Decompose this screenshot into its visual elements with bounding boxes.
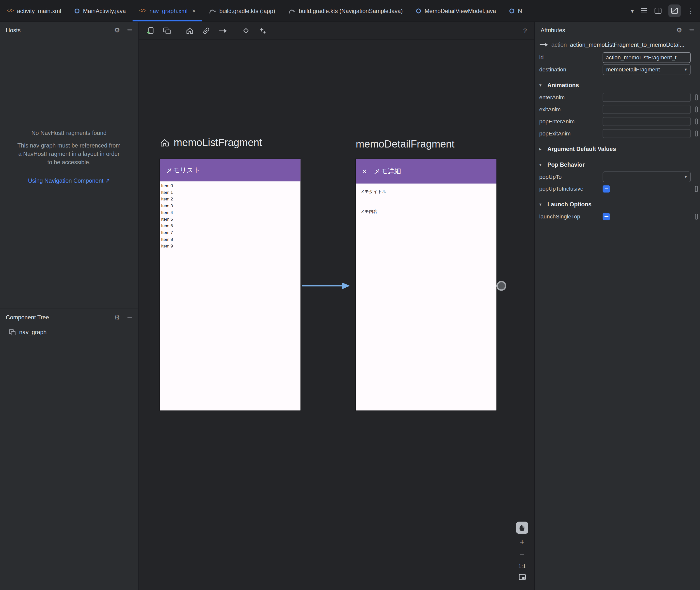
orientation-button[interactable] xyxy=(242,27,250,35)
section-title: Argument Default Values xyxy=(548,145,616,152)
resource-picker-icon[interactable] xyxy=(695,118,698,124)
popUpTo-dropdown[interactable]: ▾ xyxy=(603,171,691,182)
attr-label: popExitAnim xyxy=(539,130,571,136)
resource-picker-icon[interactable] xyxy=(695,186,698,192)
resource-picker-icon[interactable] xyxy=(695,106,698,112)
tab-nav-graph-xml[interactable]: </> nav_graph.xml × xyxy=(132,0,202,21)
attributes-panel-title: Attributes xyxy=(541,27,565,33)
nested-graph-icon xyxy=(163,27,171,34)
list-item: Item 4 xyxy=(161,209,301,216)
attr-label-destination: destination xyxy=(539,66,566,72)
section-title: Animations xyxy=(548,82,579,88)
editor-tabs: </> activity_main.xml MainActivity.java … xyxy=(0,0,624,21)
list-fragment-preview[interactable]: メモリスト Item 0 Item 1 Item 2 Item 3 Item 4… xyxy=(160,159,300,410)
resource-picker-icon[interactable] xyxy=(695,94,698,100)
hosts-empty-title: No NavHostFragments found xyxy=(15,129,122,137)
list-item: Item 3 xyxy=(161,202,301,209)
hosts-empty-state: No NavHostFragments found This nav graph… xyxy=(0,129,138,185)
new-destination-button[interactable] xyxy=(146,27,154,35)
zoom-out-button[interactable]: − xyxy=(520,551,524,559)
id-input[interactable] xyxy=(603,52,691,63)
tab-label: build.gradle.kts (NavigationSampleJava) xyxy=(299,7,403,14)
section-pop-behavior[interactable]: ▾ Pop Behavior xyxy=(535,159,700,171)
list-fragment-title[interactable]: memoListFragment xyxy=(160,137,262,149)
editor-list-button[interactable] xyxy=(641,8,648,13)
add-action-button[interactable] xyxy=(219,28,227,33)
split-editor-button[interactable] xyxy=(655,8,662,14)
attr-label: exitAnim xyxy=(539,106,561,112)
fragment-name-label: memoListFragment xyxy=(174,137,262,149)
attr-row-popUpToInclusive: popUpToInclusive xyxy=(535,183,700,195)
nav-editor-canvas[interactable]: ? memoListFragment メモリスト Item 0 Item 1 I… xyxy=(139,21,534,590)
list-item: Item 5 xyxy=(161,216,301,222)
assign-start-destination-button[interactable] xyxy=(186,27,194,34)
navigation-component-link[interactable]: Using Navigation Component ↗ xyxy=(15,177,122,185)
canvas-toolbar: ? xyxy=(139,22,534,40)
zoom-in-button[interactable]: + xyxy=(520,538,524,547)
chevron-down-icon: ▾ xyxy=(539,162,544,167)
hosts-panel-title: Hosts xyxy=(6,27,21,33)
sparkle-icon xyxy=(258,27,266,35)
list-item: Item 6 xyxy=(161,222,301,229)
deep-link-button[interactable] xyxy=(202,27,211,35)
tab-mainactivity-java[interactable]: MainActivity.java xyxy=(68,0,133,21)
detail-fragment-preview[interactable]: × メモ詳細 メモタイトル メモ内容 xyxy=(356,159,496,410)
options-menu-button[interactable]: ⋮ xyxy=(687,8,694,14)
component-tree-title: Component Tree xyxy=(6,314,49,320)
hide-panel-icon[interactable] xyxy=(689,29,694,30)
zoom-level[interactable]: 1:1 xyxy=(518,563,526,569)
chevron-down-icon: ▾ xyxy=(631,8,634,14)
resource-picker-icon[interactable] xyxy=(695,130,698,136)
close-tab-icon[interactable]: × xyxy=(192,8,196,14)
tab-activity-main-xml[interactable]: </> activity_main.xml xyxy=(0,0,68,21)
popEnterAnim-input[interactable] xyxy=(603,117,691,125)
component-tree-item-nav-graph[interactable]: nav_graph xyxy=(0,325,138,339)
action-arrow[interactable] xyxy=(301,281,351,291)
list-item: Item 0 xyxy=(161,182,301,189)
hidden-tabs-dropdown-button[interactable]: ▾ xyxy=(631,8,634,14)
hide-panel-icon[interactable] xyxy=(127,317,132,318)
pan-hand-icon xyxy=(519,524,526,531)
popExitAnim-input[interactable] xyxy=(603,129,691,138)
gear-icon[interactable]: ⚙ xyxy=(114,27,120,33)
design-mode-button[interactable] xyxy=(668,4,681,17)
component-tree-header: Component Tree ⚙ xyxy=(0,309,138,325)
tab-truncated[interactable]: N xyxy=(503,0,529,21)
attr-row-popExitAnim: popExitAnim xyxy=(535,127,700,139)
list-item: Item 1 xyxy=(161,189,301,196)
help-button[interactable]: ? xyxy=(523,27,527,34)
chevron-right-icon: ▸ xyxy=(539,146,544,152)
detail-fragment-title[interactable]: memoDetailFragment xyxy=(356,138,455,150)
section-animations[interactable]: ▾ Animations xyxy=(535,79,700,91)
selected-action-row: action action_memoListFragment_to_memoDe… xyxy=(535,38,700,51)
section-launch-options[interactable]: ▾ Launch Options xyxy=(535,198,700,210)
tab-build-gradle-app[interactable]: build.gradle.kts (:app) xyxy=(202,0,282,21)
attr-row-popEnterAnim: popEnterAnim xyxy=(535,115,700,127)
tabbar-actions: ▾ ⋮ xyxy=(624,0,700,21)
gear-icon[interactable]: ⚙ xyxy=(676,27,682,33)
new-destination-icon xyxy=(146,27,154,35)
component-tree-panel: Component Tree ⚙ nav_graph xyxy=(0,308,138,339)
magic-wand-button[interactable] xyxy=(258,27,266,35)
navigation-component-link-label: Using Navigation Component xyxy=(28,178,104,184)
action-handle[interactable] xyxy=(496,281,506,291)
java-class-icon xyxy=(416,8,421,13)
gear-icon[interactable]: ⚙ xyxy=(114,314,120,320)
group-destinations-button[interactable] xyxy=(163,27,171,34)
exitAnim-input[interactable] xyxy=(603,105,691,113)
attr-label: enterAnim xyxy=(539,94,565,100)
launchSingleTop-checkbox[interactable] xyxy=(603,213,610,220)
attributes-panel: Attributes ⚙ action action_memoListFragm… xyxy=(534,21,700,590)
zoom-to-fit-button[interactable] xyxy=(518,574,526,580)
external-link-icon: ↗ xyxy=(105,178,110,184)
popUpToInclusive-checkbox[interactable] xyxy=(603,185,610,192)
section-argument-default-values[interactable]: ▸ Argument Default Values xyxy=(535,143,700,155)
destination-dropdown[interactable]: memoDetailFragment ▾ xyxy=(603,64,691,75)
hide-panel-icon[interactable] xyxy=(127,29,132,30)
tab-memodetailviewmodel-java[interactable]: MemoDetailViewModel.java xyxy=(409,0,502,21)
list-item: Item 8 xyxy=(161,236,301,242)
resource-picker-icon[interactable] xyxy=(695,213,698,219)
enterAnim-input[interactable] xyxy=(603,93,691,101)
pan-button[interactable] xyxy=(516,521,528,533)
tab-build-gradle-project[interactable]: build.gradle.kts (NavigationSampleJava) xyxy=(282,0,409,21)
